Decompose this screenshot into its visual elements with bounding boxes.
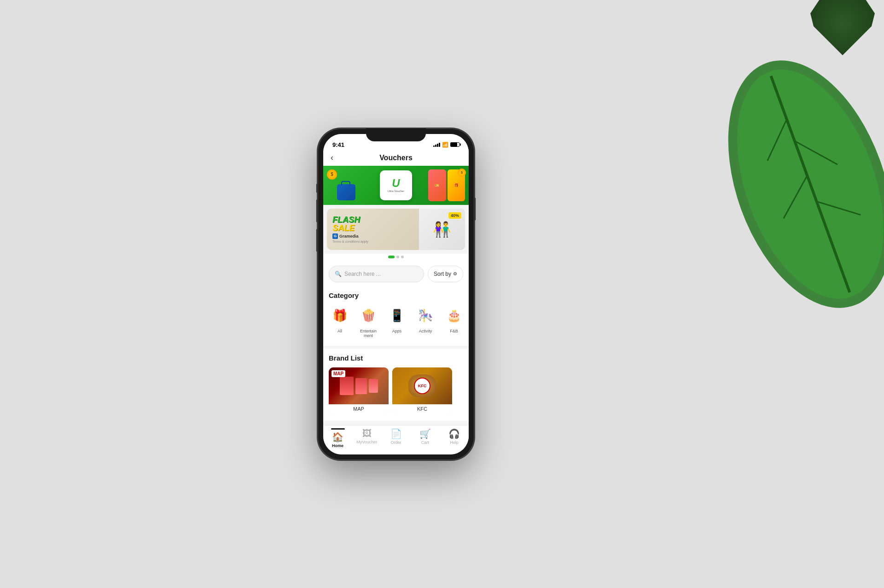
phone-scene: 9:41 📶	[318, 128, 474, 460]
category-icon-entertainment: 🍿	[357, 305, 379, 327]
phone-screen: 9:41 📶	[323, 134, 469, 454]
category-title: Category	[329, 291, 463, 299]
phone-side-button-right	[474, 198, 476, 221]
dot-3	[401, 256, 404, 258]
home-label: Home	[332, 443, 343, 448]
category-label-apps: Apps	[392, 329, 402, 334]
brand-name-kfc: KFC	[392, 404, 452, 413]
search-placeholder-text: Search here ...	[344, 271, 381, 277]
decorative-leaf	[718, 46, 884, 322]
svg-line-6	[817, 189, 861, 227]
svg-line-2	[771, 76, 849, 292]
hero-logo-subtitle: Ultra Voucher	[388, 190, 404, 193]
flash-discount-badge: 40%	[448, 212, 461, 219]
nav-header: ‹ Vouchers	[323, 150, 469, 166]
category-item-apps[interactable]: 📱 Apps	[386, 305, 408, 339]
category-label-entertainment: Entertainment	[360, 329, 377, 339]
svg-point-1	[718, 50, 884, 319]
category-label-activity: Activity	[419, 329, 432, 334]
myvoucher-icon: 🖼	[362, 428, 372, 439]
order-label: Order	[391, 440, 401, 445]
search-filter-row: 🔍 Search here ... Sort by ⚙	[323, 260, 469, 286]
flash-title-line1: FLASH	[332, 215, 360, 224]
help-icon: 🎧	[448, 428, 460, 439]
svg-point-0	[718, 46, 884, 322]
svg-line-4	[795, 130, 837, 175]
sort-by-label: Sort by	[434, 271, 451, 277]
brand-card-kfc[interactable]: KFC KFC	[392, 367, 452, 413]
category-icon-activity: 🎠	[414, 305, 436, 327]
category-label-fnb: F&B	[450, 329, 458, 334]
category-item-fnb[interactable]: 🎂 F&B	[443, 305, 463, 339]
signal-bars	[433, 142, 440, 147]
nav-item-myvoucher[interactable]: 🖼 MyVoucher	[352, 428, 381, 448]
nav-item-home[interactable]: 🏠 Home	[323, 428, 352, 448]
help-label: Help	[450, 440, 459, 445]
svg-line-3	[756, 119, 798, 161]
search-box[interactable]: 🔍 Search here ...	[329, 266, 424, 282]
myvoucher-label: MyVoucher	[356, 440, 377, 444]
nav-item-order[interactable]: 📄 Order	[381, 428, 410, 448]
nav-item-help[interactable]: 🎧 Help	[440, 428, 469, 448]
brand-name-map: MAP	[329, 404, 389, 413]
phone-side-buttons-left	[316, 184, 318, 252]
phone-notch	[366, 128, 426, 141]
phone-frame: 9:41 📶	[318, 128, 474, 460]
category-list: 🎁 All 🍿 Entertainment 📱 Apps	[329, 305, 463, 341]
brand-image-map: MAP	[329, 367, 389, 404]
category-item-activity[interactable]: 🎠 Activity	[414, 305, 436, 339]
status-icons: 📶	[433, 142, 459, 148]
brand-list-title: Brand List	[329, 354, 463, 362]
back-button[interactable]: ‹	[331, 153, 333, 163]
decorative-plant-top	[764, 0, 884, 92]
wifi-icon: 📶	[442, 142, 448, 148]
brand-card-map[interactable]: MAP MAP	[329, 367, 389, 413]
dot-1	[388, 256, 395, 258]
svg-line-5	[773, 175, 818, 218]
brand-image-kfc: KFC	[392, 367, 452, 404]
screen-content[interactable]: $ U Ultra Voucher	[323, 166, 469, 425]
brand-grid: MAP MAP	[329, 367, 463, 415]
dot-2	[396, 256, 399, 258]
brand-list-section: Brand List	[323, 349, 469, 421]
category-icon-apps: 📱	[386, 305, 408, 327]
carousel-dots	[323, 254, 469, 260]
status-time: 9:41	[332, 141, 344, 148]
order-icon: 📄	[390, 428, 402, 439]
flash-brand: Gramedia	[339, 234, 359, 239]
page-title: Vouchers	[379, 154, 413, 162]
filter-icon: ⚙	[453, 271, 457, 276]
sort-by-button[interactable]: Sort by ⚙	[428, 266, 463, 282]
kfc-logo-badge: KFC	[414, 378, 430, 394]
flash-title-line2: SALE	[332, 224, 360, 232]
category-item-entertainment[interactable]: 🍿 Entertainment	[357, 305, 379, 339]
map-logo-badge: MAP	[332, 370, 345, 377]
nav-item-cart[interactable]: 🛒 Cart	[411, 428, 440, 448]
search-icon: 🔍	[335, 271, 342, 277]
nav-active-line-home	[331, 428, 345, 430]
app-background: 9:41 📶	[0, 0, 884, 588]
category-section: Category 🎁 All 🍿 Entertainment	[323, 286, 469, 346]
category-icon-fnb: 🎂	[443, 305, 463, 327]
cart-label: Cart	[421, 440, 429, 445]
battery-icon	[450, 142, 459, 147]
hero-u-logo: U	[392, 177, 400, 190]
hero-banner: $ U Ultra Voucher	[323, 166, 469, 205]
category-icon-all: 🎁	[329, 305, 351, 327]
bottom-nav: 🏠 Home 🖼 MyVoucher 📄 Order 🛒 Cart	[323, 425, 469, 454]
category-label-all: All	[337, 329, 342, 334]
flash-sale-banner: FLASH SALE G Gramedia Terms & conditions…	[327, 209, 465, 250]
category-item-all[interactable]: 🎁 All	[329, 305, 351, 339]
cart-icon: 🛒	[419, 428, 431, 439]
home-icon: 🏠	[332, 431, 343, 442]
